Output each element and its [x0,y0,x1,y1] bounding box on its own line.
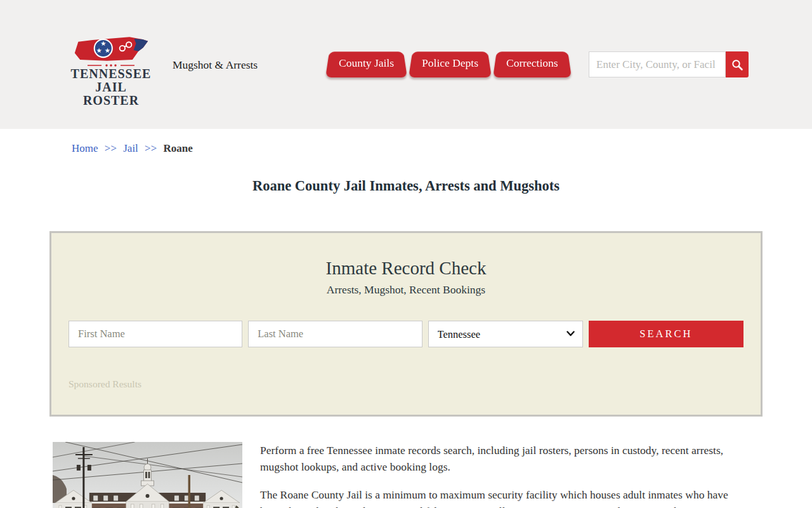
inmate-search-form: Tennessee SEARCH [69,321,743,347]
breadcrumb-home-link[interactable]: Home [72,142,98,154]
state-select[interactable]: Tennessee [428,321,583,347]
state-select-wrapper: Tennessee [428,321,583,347]
nav-corrections-label: Corrections [506,57,558,70]
header-search [589,51,749,77]
inmate-record-check-panel: Inmate Record Check Arrests, Mugshot, Re… [49,231,763,417]
breadcrumb-separator: >> [105,142,117,154]
logo-text-line2: JAIL ROSTER [70,81,152,107]
last-name-field[interactable] [248,321,422,347]
breadcrumb-jail-link[interactable]: Jail [123,142,138,154]
description-text: Perform a free Tennessee inmate records … [260,442,733,508]
nav-police-depts-button[interactable]: Police Depts [409,49,492,77]
facility-search-input[interactable] [589,51,726,77]
facility-paragraph: The Roane County Jail is a minimum to ma… [260,486,733,508]
panel-subtitle: Arrests, Mugshot, Recent Bookings [69,283,743,297]
content-columns: Perform a free Tennessee inmate records … [49,442,763,508]
site-logo[interactable]: ★ ★ ★ TENNESSEE JAIL ROSTER [70,35,152,107]
sponsored-results-label: Sponsored Results [69,378,743,391]
svg-text:★: ★ [105,46,110,54]
svg-text:★: ★ [96,46,102,54]
logo-text-line1: TENNESSEE [70,67,152,81]
nav-police-depts-label: Police Depts [422,57,478,70]
jail-building-photo [53,442,242,508]
breadcrumb-separator: >> [145,142,157,154]
panel-title: Inmate Record Check [69,257,743,279]
main-nav: County Jails Police Depts Corrections [325,49,572,77]
inmate-search-button[interactable]: SEARCH [589,321,743,347]
breadcrumb: Home >> Jail >> Roane [72,142,763,155]
facility-search-button[interactable] [726,51,749,77]
search-icon [731,58,743,71]
tennessee-state-logo-icon: ★ ★ ★ [72,35,150,63]
first-name-field[interactable] [69,321,242,347]
main-content: Home >> Jail >> Roane Roane County Jail … [49,142,763,508]
nav-corrections-button[interactable]: Corrections [493,49,572,77]
page-title: Roane County Jail Inmates, Arrests and M… [49,178,763,194]
site-tagline: Mugshot & Arrests [173,58,258,72]
nav-county-jails-label: County Jails [339,57,394,70]
nav-county-jails-button[interactable]: County Jails [325,49,407,77]
site-header: ★ ★ ★ TENNESSEE JAIL ROSTER Mugshot & Ar… [0,0,812,129]
intro-paragraph: Perform a free Tennessee inmate records … [260,442,733,475]
breadcrumb-current-page: Roane [164,142,193,154]
